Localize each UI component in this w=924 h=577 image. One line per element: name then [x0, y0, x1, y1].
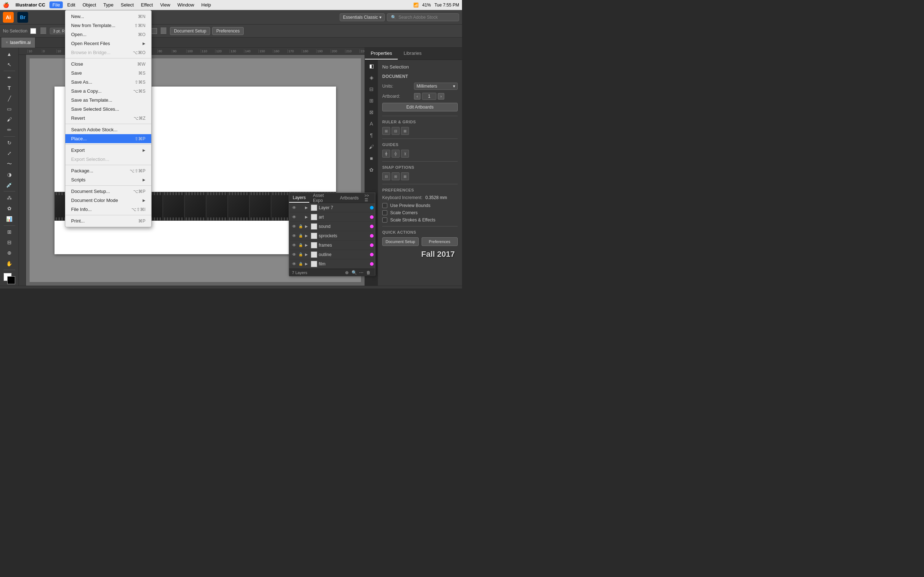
layer-visibility-icon[interactable]: 👁 [291, 261, 298, 266]
menu-view[interactable]: View [157, 2, 173, 8]
snap-icon2[interactable]: ⊞ [392, 172, 399, 180]
menu-item-file-info---[interactable]: File Info...⌥⇧⌘I [65, 205, 151, 214]
menu-item-scripts[interactable]: Scripts▶ [65, 175, 151, 184]
layers-more-btn[interactable]: >> ☰ [362, 193, 375, 203]
snap-icon1[interactable]: ⊟ [382, 172, 390, 180]
artboard-tool[interactable]: ⊞ [4, 227, 15, 237]
nav-last-btn[interactable]: ▷ [42, 287, 46, 288]
search-layer-btn[interactable]: 🔍 [351, 269, 358, 276]
artboard-input[interactable]: 1 [422, 93, 436, 100]
properties-icon[interactable]: ◧ [367, 61, 376, 71]
file-menu[interactable]: New...⌘NNew from Template...⇧⌘NOpen...⌘O… [65, 10, 152, 227]
snap-icon3[interactable]: ⊠ [401, 172, 409, 180]
artboard-prev-btn[interactable]: ‹ [414, 93, 420, 100]
scale-strokes-row[interactable]: Scale Strokes & Effects [382, 218, 458, 222]
layer-visibility-icon[interactable]: 👁 [291, 252, 298, 257]
menu-item-document-setup---[interactable]: Document Setup...⌥⌘P [65, 187, 151, 196]
zoom-dropdown-icon[interactable]: ▾ [20, 287, 22, 288]
stock-search[interactable]: 🔍 Search Adobe Stock [387, 13, 459, 21]
fill-color-swatch[interactable] [30, 28, 36, 34]
quick-pref-btn[interactable]: Preferences [422, 237, 458, 246]
nav-next-btn[interactable]: ▸ [49, 287, 51, 288]
char-icon[interactable]: A [367, 119, 376, 128]
scale-strokes-checkbox[interactable] [382, 218, 387, 222]
guide-icon1[interactable]: ╋ [382, 150, 390, 158]
units-dropdown[interactable]: Millimeters ▾ [414, 82, 458, 90]
pen-tool[interactable]: ✒ [4, 73, 15, 82]
menu-object[interactable]: Object [80, 2, 99, 8]
menu-type[interactable]: Type [100, 2, 116, 8]
use-preview-bounds-row[interactable]: Use Preview Bounds [382, 203, 458, 208]
menu-item-save-as-template---[interactable]: Save as Template... [65, 95, 151, 105]
grid-icon[interactable]: ⊟ [392, 127, 399, 135]
app-name[interactable]: Illustrator CC [13, 2, 48, 8]
menu-item-search-adobe-stock---[interactable]: Search Adobe Stock... [65, 125, 151, 134]
selection-tool[interactable]: ▲ [4, 49, 15, 59]
grid2-icon[interactable]: ⊠ [401, 127, 409, 135]
menu-item-place---[interactable]: Place...⇧⌘P [65, 134, 151, 143]
eyedropper-tool[interactable]: 💉 [4, 180, 15, 190]
layer-visibility-icon[interactable]: 👁 [291, 214, 298, 220]
layer-row[interactable]: 👁 🔒 ▶ sprockets [289, 231, 375, 240]
blend-tool[interactable]: ⁂ [4, 193, 15, 203]
use-preview-bounds-checkbox[interactable] [382, 203, 387, 208]
layer-expand-icon[interactable]: ▶ [304, 206, 309, 210]
layer-visibility-icon[interactable]: 👁 [291, 224, 298, 229]
document-tab[interactable]: × laserfilm.ai [2, 37, 36, 48]
style-swatch[interactable] [151, 28, 157, 34]
menu-item-revert[interactable]: Revert⌥⌘Z [65, 114, 151, 122]
layer-row[interactable]: 👁 ▶ art [289, 213, 375, 222]
layer-row[interactable]: 👁 🔒 ▶ sound [289, 222, 375, 231]
menu-effect[interactable]: Effect [138, 2, 156, 8]
para-icon[interactable]: ¶ [367, 131, 376, 140]
menu-item-open---[interactable]: Open...⌘O [65, 30, 151, 39]
menu-item-export[interactable]: Export▶ [65, 146, 151, 155]
layer-expand-icon[interactable]: ▶ [304, 234, 309, 238]
tab-close-icon[interactable]: × [6, 40, 8, 44]
color-boxes[interactable] [3, 273, 15, 284]
new-layer-btn[interactable]: ⊕ [343, 269, 351, 276]
guide-icon3[interactable]: ⊻ [401, 150, 409, 158]
layer-lock-icon[interactable]: 🔒 [298, 224, 304, 228]
menu-item-save-a-copy---[interactable]: Save a Copy...⌥⌘S [65, 87, 151, 95]
apple-logo[interactable]: 🍎 [3, 2, 9, 8]
scale-tool[interactable]: ⤢ [4, 148, 15, 158]
workspace-selector[interactable]: Essentials Classic ▾ [340, 13, 385, 21]
menu-help[interactable]: Help [199, 2, 214, 8]
ruler-icon[interactable]: ⊞ [382, 127, 390, 135]
nav-first-btn[interactable]: ◁ [30, 287, 34, 288]
slice-tool[interactable]: ⊟ [4, 238, 15, 247]
hand-tool[interactable]: ✋ [4, 259, 15, 268]
layer-expand-icon[interactable]: ▶ [304, 262, 309, 266]
transform-icon[interactable]: ⊞ [367, 96, 376, 105]
menu-item-save[interactable]: Save⌘S [65, 69, 151, 77]
timeline-play-btn[interactable]: ▶ [73, 287, 77, 288]
layer-lock-icon[interactable]: 🔒 [298, 243, 304, 247]
preferences-button[interactable]: Preferences [212, 27, 244, 35]
artboards-tab[interactable]: Artboards [336, 193, 362, 203]
layers-tab[interactable]: Layers [289, 193, 309, 203]
menu-window[interactable]: Window [175, 2, 197, 8]
menu-item-save-as---[interactable]: Save As...⇧⌘S [65, 77, 151, 87]
tab-properties[interactable]: Properties [365, 48, 398, 60]
layer-visibility-icon[interactable]: 👁 [291, 243, 298, 248]
symbol-tool[interactable]: ✿ [4, 203, 15, 213]
menu-item-close[interactable]: Close⌘W [65, 60, 151, 69]
layer-visibility-icon[interactable]: 👁 [291, 233, 298, 239]
appearance-icon[interactable]: ◈ [367, 73, 376, 82]
menu-item-save-selected-slices---[interactable]: Save Selected Slices... [65, 105, 151, 114]
edit-artboards-btn[interactable]: Edit Artboards [382, 103, 458, 111]
brush-icon[interactable]: 🖌 [367, 142, 376, 152]
tab-libraries[interactable]: Libraries [398, 48, 427, 60]
type-tool[interactable]: T [4, 83, 15, 93]
swatch-icon[interactable]: ■ [367, 154, 376, 163]
nav-prev-btn[interactable]: ◂ [25, 287, 27, 288]
zoom-tool[interactable]: ⊕ [4, 248, 15, 258]
layer-row[interactable]: 👁 🔒 ▶ film [289, 259, 375, 269]
layer-lock-icon[interactable]: 🔒 [298, 234, 304, 238]
paintbrush-tool[interactable]: 🖌 [4, 115, 15, 124]
rotate-tool[interactable]: ↻ [4, 138, 15, 148]
layer-row[interactable]: 👁 🔒 ▶ frames [289, 240, 375, 250]
graph-tool[interactable]: 📊 [4, 214, 15, 224]
artboard-next-btn[interactable]: › [438, 93, 444, 100]
